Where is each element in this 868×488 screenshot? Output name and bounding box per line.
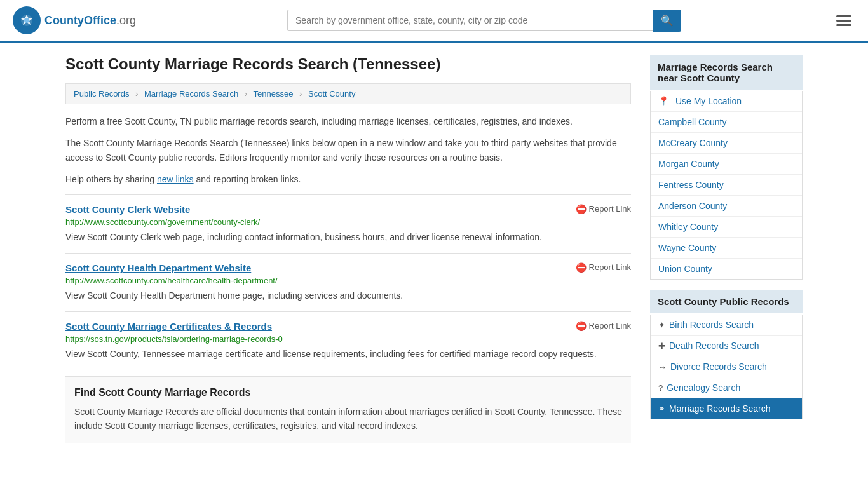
record-entry-2: Scott County Marriage Certificates & Rec… (65, 311, 631, 370)
wayne-county-link[interactable]: Wayne County (651, 238, 802, 258)
public-records-section: Scott County Public Records ✦ Birth Reco… (650, 290, 803, 419)
record-header-2: Scott County Marriage Certificates & Rec… (65, 321, 631, 332)
marriage-records-item[interactable]: ⚭ Marriage Records Search (651, 398, 802, 419)
report-link-2[interactable]: ⛔ Report Link (576, 321, 631, 331)
use-my-location-item[interactable]: 📍 Use My Location (651, 91, 802, 112)
record-url-1[interactable]: http://www.scottcounty.com/healthcare/he… (65, 276, 631, 285)
breadcrumb-public-records[interactable]: Public Records (74, 89, 129, 98)
genealogy-item[interactable]: ? Genealogy Search (651, 377, 802, 398)
records-list: Scott County Clerk Website ⛔ Report Link… (65, 194, 631, 370)
logo-area: CountyOffice.org (13, 6, 136, 34)
record-header-0: Scott County Clerk Website ⛔ Report Link (65, 204, 631, 215)
campbell-county-link[interactable]: Campbell County (651, 112, 802, 132)
breadcrumb-sep2: › (245, 89, 247, 98)
find-title: Find Scott County Marriage Records (74, 387, 622, 398)
genealogy-icon: ? (658, 383, 663, 393)
breadcrumb-sep1: › (135, 89, 138, 98)
death-records-link[interactable]: ✚ Death Records Search (651, 336, 802, 356)
nearby-header: Marriage Records Search near Scott Count… (650, 55, 803, 90)
birth-records-item[interactable]: ✦ Birth Records Search (651, 315, 802, 336)
record-desc-1: View Scott County Health Department home… (65, 289, 631, 302)
record-url-0[interactable]: http://www.scottcounty.com/government/co… (65, 217, 631, 227)
description-2: The Scott County Marriage Records Search… (65, 136, 631, 165)
divorce-records-item[interactable]: ↔ Divorce Records Search (651, 356, 802, 377)
search-input[interactable] (287, 10, 653, 31)
record-entry-1: Scott County Health Department Website ⛔… (65, 253, 631, 311)
marriage-records-link[interactable]: ⚭ Marriage Records Search (651, 398, 802, 419)
wayne-county-item[interactable]: Wayne County (651, 238, 802, 259)
find-section: Find Scott County Marriage Records Scott… (65, 376, 631, 444)
description-3: Help others by sharing new links and rep… (65, 172, 631, 186)
marriage-icon: ⚭ (658, 404, 665, 414)
marriage-records-label: Marriage Records Search (669, 403, 771, 414)
birth-icon: ✦ (658, 320, 665, 330)
desc3-suffix: and reporting broken links. (194, 174, 301, 184)
union-county-link[interactable]: Union County (651, 259, 802, 279)
fentress-county-item[interactable]: Fentress County (651, 175, 802, 196)
find-desc: Scott County Marriage Records are offici… (74, 405, 622, 433)
use-my-location-label: Use My Location (675, 96, 742, 106)
mccreary-county-link[interactable]: McCreary County (651, 133, 802, 153)
birth-records-link[interactable]: ✦ Birth Records Search (651, 315, 802, 335)
breadcrumb: Public Records › Marriage Records Search… (65, 83, 631, 104)
desc3-prefix: Help others by sharing (65, 174, 157, 184)
report-link-1[interactable]: ⛔ Report Link (576, 262, 631, 273)
record-title-0[interactable]: Scott County Clerk Website (65, 204, 190, 215)
location-icon: 📍 (658, 96, 669, 106)
logo-text: CountyOffice.org (44, 14, 136, 27)
whitley-county-link[interactable]: Whitley County (651, 217, 802, 237)
main-container: Scott County Marriage Records Search (Te… (53, 43, 815, 456)
breadcrumb-tennessee[interactable]: Tennessee (254, 89, 294, 98)
record-entry-0: Scott County Clerk Website ⛔ Report Link… (65, 194, 631, 253)
menu-button[interactable] (832, 11, 855, 30)
record-title-2[interactable]: Scott County Marriage Certificates & Rec… (65, 321, 272, 332)
breadcrumb-marriage-records[interactable]: Marriage Records Search (144, 89, 238, 98)
divorce-icon: ↔ (658, 362, 667, 372)
report-link-0[interactable]: ⛔ Report Link (576, 204, 631, 214)
morgan-county-item[interactable]: Morgan County (651, 154, 802, 175)
description-1: Perform a free Scott County, TN public m… (65, 114, 631, 128)
menu-icon-bar2 (836, 20, 851, 22)
mccreary-county-item[interactable]: McCreary County (651, 133, 802, 154)
page-title: Scott County Marriage Records Search (Te… (65, 55, 631, 73)
report-icon-0: ⛔ (576, 204, 587, 214)
campbell-county-item[interactable]: Campbell County (651, 112, 802, 133)
whitley-county-item[interactable]: Whitley County (651, 217, 802, 238)
anderson-county-link[interactable]: Anderson County (651, 196, 802, 216)
breadcrumb-scott-county[interactable]: Scott County (308, 89, 355, 98)
content-area: Scott County Marriage Records Search (Te… (65, 55, 631, 443)
use-my-location-link[interactable]: 📍 Use My Location (651, 91, 802, 111)
morgan-county-link[interactable]: Morgan County (651, 154, 802, 174)
death-icon: ✚ (658, 341, 665, 351)
report-icon-2: ⛔ (576, 321, 587, 331)
search-button[interactable]: 🔍 (653, 10, 681, 32)
menu-icon-bar3 (836, 24, 851, 26)
divorce-records-link[interactable]: ↔ Divorce Records Search (651, 356, 802, 377)
sidebar: Marriage Records Search near Scott Count… (650, 55, 803, 443)
public-records-header: Scott County Public Records (650, 290, 803, 313)
breadcrumb-sep3: › (299, 89, 302, 98)
new-links-link[interactable]: new links (157, 174, 194, 184)
birth-records-label: Birth Records Search (669, 320, 754, 330)
menu-icon-bar1 (836, 15, 851, 17)
search-area: 🔍 (287, 10, 681, 32)
report-icon-1: ⛔ (576, 262, 587, 273)
nearby-section: Marriage Records Search near Scott Count… (650, 55, 803, 280)
svg-point-2 (24, 18, 29, 23)
logo-icon (13, 6, 41, 34)
anderson-county-item[interactable]: Anderson County (651, 196, 802, 217)
record-desc-0: View Scott County Clerk web page, includ… (65, 231, 631, 244)
union-county-item[interactable]: Union County (651, 259, 802, 279)
record-url-2[interactable]: https://sos.tn.gov/products/tsla/orderin… (65, 334, 631, 344)
logo-brand: CountyOffice (44, 14, 116, 27)
fentress-county-link[interactable]: Fentress County (651, 175, 802, 195)
death-records-item[interactable]: ✚ Death Records Search (651, 336, 802, 356)
header: CountyOffice.org 🔍 (0, 0, 868, 43)
nearby-list: 📍 Use My Location Campbell County McCrea… (650, 91, 803, 280)
genealogy-link[interactable]: ? Genealogy Search (651, 377, 802, 398)
logo-org: .org (116, 14, 136, 27)
genealogy-label: Genealogy Search (667, 383, 740, 393)
divorce-records-label: Divorce Records Search (670, 362, 767, 372)
record-desc-2: View Scott County, Tennessee marriage ce… (65, 348, 631, 361)
record-title-1[interactable]: Scott County Health Department Website (65, 262, 251, 273)
